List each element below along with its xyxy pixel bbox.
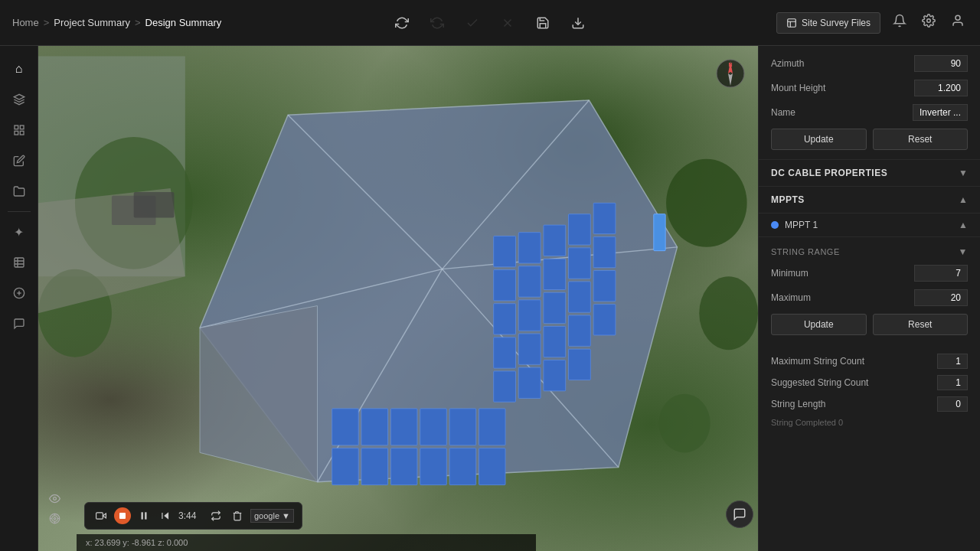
camera-button[interactable]	[93, 509, 109, 523]
svg-rect-48	[569, 349, 591, 380]
loop-button[interactable]	[207, 509, 224, 523]
mppt1-header[interactable]: MPPT 1 ▲	[759, 214, 980, 237]
inverter-properties: Azimuth 90 Mount Height 1.200 Name Inver…	[759, 46, 980, 160]
close-button[interactable]	[498, 13, 518, 33]
svg-rect-62	[449, 448, 476, 485]
svg-rect-44	[569, 214, 591, 245]
toolbar-center	[392, 13, 588, 33]
svg-rect-7	[15, 126, 18, 129]
string-update-button[interactable]: Update	[771, 314, 867, 335]
maximum-value[interactable]: 20	[914, 289, 968, 306]
svg-point-66	[666, 159, 747, 247]
mppTs-header[interactable]: MPPTs ▲	[759, 187, 980, 214]
download-button[interactable]	[568, 13, 588, 33]
string-length-value: 0	[937, 396, 968, 412]
target-icon[interactable]	[49, 513, 60, 527]
breadcrumb-design-summary[interactable]: Design Summary	[145, 17, 222, 28]
settings-icon[interactable]	[919, 11, 939, 34]
sidebar-item-home[interactable]: ⌂	[5, 55, 33, 83]
svg-rect-63	[479, 409, 506, 445]
svg-marker-6	[14, 94, 24, 99]
eye-icon[interactable]	[49, 493, 60, 507]
roof-svg	[38, 46, 758, 551]
coordinates-bar: x: 23.699 y: -8.961 z: 0.000	[77, 534, 536, 551]
name-value[interactable]: Inverter ...	[913, 104, 968, 121]
video-controls[interactable]: 3:44 google ▼	[84, 502, 302, 530]
svg-point-5	[956, 15, 960, 20]
svg-rect-73	[96, 513, 103, 519]
minimum-label: Minimum	[771, 268, 808, 279]
suggested-string-count-value: 1	[937, 375, 968, 390]
string-length-row: String Length 0	[771, 396, 968, 412]
refresh-button[interactable]	[392, 13, 412, 33]
dc-cable-header[interactable]: DC CABLE PROPERTIES ▼	[759, 160, 980, 187]
svg-rect-47	[569, 315, 591, 346]
svg-text:N: N	[728, 62, 732, 67]
update-button[interactable]: Update	[771, 129, 867, 150]
home-link[interactable]: Home	[12, 17, 39, 28]
svg-rect-31	[494, 304, 516, 334]
bottom-left-icons	[49, 493, 60, 527]
sidebar-item-add[interactable]	[5, 279, 33, 307]
sidebar-item-chat[interactable]	[5, 310, 33, 337]
max-string-count-row: Maximum String Count 1	[771, 354, 968, 369]
site-survey-button[interactable]: Site Survey Files	[776, 12, 880, 34]
svg-rect-38	[518, 367, 541, 398]
notification-bubble[interactable]	[726, 500, 753, 528]
breadcrumb-sep1: >	[44, 17, 50, 28]
maximum-field: Maximum 20	[771, 289, 968, 306]
sidebar-item-star[interactable]: ✦	[5, 218, 33, 246]
map-area[interactable]: N x: 23.699 y: -8.961 z: 0.000 3:44	[38, 46, 758, 551]
string-reset-button[interactable]: Reset	[873, 314, 969, 335]
svg-rect-49	[593, 203, 616, 233]
svg-point-80	[52, 516, 58, 522]
max-string-count-value: 1	[937, 354, 968, 369]
svg-rect-75	[145, 512, 146, 519]
check-button[interactable]	[462, 13, 482, 33]
topbar-right: Site Survey Files	[776, 11, 968, 34]
svg-rect-33	[494, 371, 516, 402]
sidebar-item-grid[interactable]	[5, 116, 33, 144]
reset-button[interactable]: Reset	[873, 129, 969, 150]
svg-rect-35	[518, 266, 541, 297]
svg-rect-64	[479, 448, 506, 485]
azimuth-value[interactable]: 90	[914, 55, 968, 72]
mount-height-label: Mount Height	[771, 83, 825, 93]
notification-icon[interactable]	[890, 11, 910, 34]
svg-rect-36	[518, 300, 541, 331]
svg-rect-34	[518, 233, 541, 263]
sidebar-item-edit[interactable]	[5, 147, 33, 174]
svg-point-68	[659, 394, 710, 453]
svg-rect-52	[593, 305, 616, 335]
svg-rect-39	[544, 225, 566, 256]
mount-height-field: Mount Height 1.200	[771, 80, 968, 96]
svg-rect-30	[494, 270, 516, 301]
stop-button[interactable]	[114, 507, 131, 524]
sidebar-item-layers[interactable]	[5, 86, 33, 113]
max-string-count-label: Maximum String Count	[771, 356, 864, 367]
redo-button[interactable]	[427, 13, 447, 33]
mppt1-indicator	[771, 221, 779, 229]
source-dropdown[interactable]: google ▼	[250, 509, 294, 523]
sidebar-item-table[interactable]	[5, 249, 33, 276]
string-range-section: STRING RANGE ▼ Minimum 7 Maximum 20 Upda…	[759, 237, 980, 344]
svg-rect-51	[593, 271, 616, 302]
mount-height-value[interactable]: 1.200	[914, 80, 968, 96]
rewind-button[interactable]	[157, 509, 174, 523]
dc-cable-title: DC CABLE PROPERTIES	[771, 168, 887, 178]
suggested-string-count-label: Suggested String Count	[771, 377, 868, 388]
svg-rect-41	[544, 292, 566, 323]
save-button[interactable]	[533, 13, 553, 33]
svg-rect-57	[449, 409, 476, 445]
sidebar-item-folder[interactable]	[5, 178, 33, 205]
user-icon[interactable]	[948, 11, 968, 34]
trash-button[interactable]	[229, 509, 246, 523]
breadcrumb-project-summary[interactable]: Project Summary	[54, 17, 130, 28]
svg-rect-45	[569, 248, 591, 279]
breadcrumb-sep2: >	[135, 17, 141, 28]
svg-rect-61	[420, 448, 447, 485]
svg-rect-10	[15, 131, 18, 135]
dc-cable-chevron: ▼	[959, 168, 968, 178]
pause-button[interactable]	[136, 509, 152, 523]
minimum-value[interactable]: 7	[914, 265, 968, 282]
